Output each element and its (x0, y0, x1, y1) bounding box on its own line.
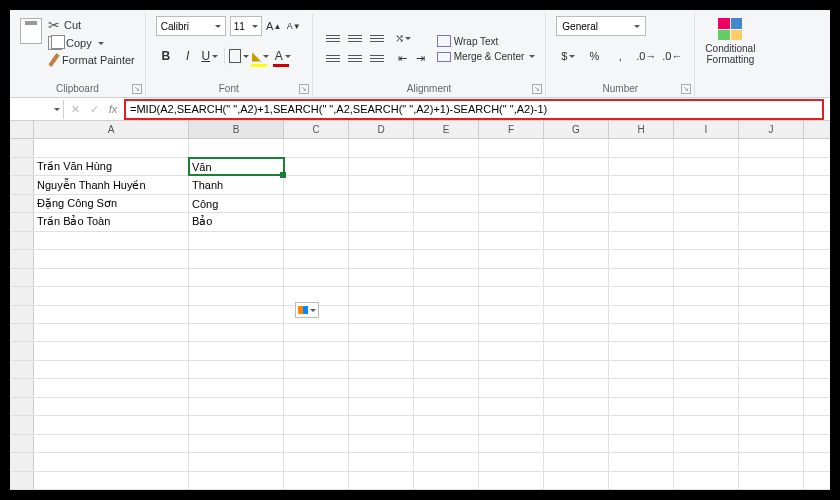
cell[interactable] (34, 139, 189, 156)
font-color-button[interactable]: A (273, 46, 293, 66)
format-painter-button[interactable]: Format Painter (48, 53, 135, 67)
col-header-j[interactable]: J (739, 121, 804, 138)
group-clipboard: ✂Cut Copy Format Painter Clipboard ↘ (10, 14, 146, 97)
merge-center-button[interactable]: Merge & Center (437, 51, 536, 62)
col-header-b[interactable]: B (189, 121, 284, 138)
wrap-icon (437, 35, 451, 47)
dialog-launcher[interactable]: ↘ (299, 84, 309, 94)
group-styles: Conditional Formatting (695, 14, 765, 97)
group-label: Font (219, 81, 239, 97)
cell[interactable]: Trần Văn Hùng (34, 158, 189, 175)
fill-color-button[interactable]: ◣ (251, 46, 271, 66)
italic-button[interactable]: I (178, 46, 198, 66)
conditional-formatting-icon (718, 18, 742, 40)
row-header[interactable] (10, 158, 34, 175)
align-left-button[interactable] (323, 50, 343, 68)
chevron-down-icon (529, 55, 535, 58)
chevron-down-icon (98, 42, 104, 45)
orientation-button[interactable]: ⤭ (395, 30, 411, 48)
chevron-down-icon (634, 25, 640, 28)
chevron-down-icon (310, 309, 316, 312)
row-header[interactable] (10, 139, 34, 156)
group-label: Alignment (407, 81, 451, 97)
chevron-down-icon (212, 55, 218, 58)
accept-formula-button[interactable]: ✓ (85, 100, 103, 118)
col-header-e[interactable]: E (414, 121, 479, 138)
copy-icon (48, 36, 62, 50)
increase-decimal-button[interactable]: .0→ (634, 46, 658, 66)
font-size-select[interactable]: 11 (230, 16, 262, 36)
paste-options-icon (298, 306, 308, 314)
col-header-f[interactable]: F (479, 121, 544, 138)
chevron-down-icon (263, 55, 269, 58)
comma-button[interactable]: , (608, 46, 632, 66)
chevron-down-icon (54, 108, 60, 111)
group-alignment: ⤭ ⇤ ⇥ Wrap Text Merge & Center Alignment… (313, 14, 547, 97)
group-font: Calibri 11 A▲ A▼ B I U ◣ A Font ↘ (146, 14, 313, 97)
currency-button[interactable]: $ (556, 46, 580, 66)
cell[interactable]: Bảo (189, 213, 284, 230)
cell[interactable]: Thanh (189, 176, 284, 193)
fx-button[interactable]: fx (104, 100, 122, 118)
paste-options-button[interactable] (295, 302, 319, 318)
chevron-down-icon (215, 25, 221, 28)
percent-button[interactable]: % (582, 46, 606, 66)
col-header-c[interactable]: C (284, 121, 349, 138)
cell[interactable]: Nguyễn Thanh Huyền (34, 176, 189, 193)
chevron-down-icon (243, 55, 249, 58)
border-icon (229, 49, 241, 63)
dialog-launcher[interactable]: ↘ (132, 84, 142, 94)
increase-indent-button[interactable]: ⇥ (413, 50, 429, 68)
copy-button[interactable]: Copy (48, 36, 135, 50)
decrease-decimal-button[interactable]: .0← (660, 46, 684, 66)
decrease-indent-button[interactable]: ⇤ (395, 50, 411, 68)
col-header-d[interactable]: D (349, 121, 414, 138)
cut-button[interactable]: ✂Cut (48, 17, 135, 33)
conditional-formatting-button[interactable]: Conditional Formatting (705, 16, 755, 67)
col-header-i[interactable]: I (674, 121, 739, 138)
scissors-icon: ✂ (48, 17, 60, 33)
font-name-select[interactable]: Calibri (156, 16, 226, 36)
increase-font-button[interactable]: A▲ (266, 17, 282, 35)
cancel-formula-button[interactable]: ✕ (66, 100, 84, 118)
col-header-a[interactable]: A (34, 121, 189, 138)
bold-button[interactable]: B (156, 46, 176, 66)
ribbon: ✂Cut Copy Format Painter Clipboard ↘ Cal… (10, 10, 830, 98)
underline-button[interactable]: U (200, 46, 220, 66)
cell[interactable]: Trần Bảo Toàn (34, 213, 189, 230)
borders-button[interactable] (229, 46, 249, 66)
brush-icon (48, 53, 59, 67)
align-bottom-button[interactable] (367, 30, 387, 48)
group-number: General $ % , .0→ .0← Number ↘ (546, 14, 695, 97)
col-header-h[interactable]: H (609, 121, 674, 138)
align-center-button[interactable] (345, 50, 365, 68)
align-right-button[interactable] (367, 50, 387, 68)
select-all-corner[interactable] (10, 121, 34, 138)
spreadsheet-grid: A B C D E F G H I J Trần Văn Hùng Văn Ng… (10, 121, 830, 490)
cell[interactable]: Đặng Công Sơn (34, 195, 189, 212)
cell[interactable] (189, 139, 284, 156)
column-headers: A B C D E F G H I J (10, 121, 830, 139)
formula-input[interactable]: =MID(A2,SEARCH(" ",A2)+1,SEARCH(" ",A2,S… (124, 99, 824, 120)
paste-button[interactable] (20, 18, 42, 44)
col-header-g[interactable]: G (544, 121, 609, 138)
name-box[interactable] (10, 100, 64, 119)
decrease-font-button[interactable]: A▼ (286, 17, 302, 35)
cell[interactable]: Công (189, 195, 284, 212)
merge-icon (437, 52, 451, 62)
wrap-text-button[interactable]: Wrap Text (437, 35, 536, 47)
chevron-down-icon (252, 25, 258, 28)
number-format-select[interactable]: General (556, 16, 646, 36)
group-label: Clipboard (56, 81, 99, 97)
align-middle-button[interactable] (345, 30, 365, 48)
chevron-down-icon (569, 55, 575, 58)
formula-bar: ✕ ✓ fx =MID(A2,SEARCH(" ",A2)+1,SEARCH("… (10, 98, 830, 121)
chevron-down-icon (405, 37, 411, 40)
dialog-launcher[interactable]: ↘ (681, 84, 691, 94)
align-top-button[interactable] (323, 30, 343, 48)
cell[interactable] (284, 139, 349, 156)
chevron-down-icon (285, 55, 291, 58)
active-cell[interactable]: Văn (189, 158, 284, 175)
group-label: Number (603, 81, 639, 97)
dialog-launcher[interactable]: ↘ (532, 84, 542, 94)
